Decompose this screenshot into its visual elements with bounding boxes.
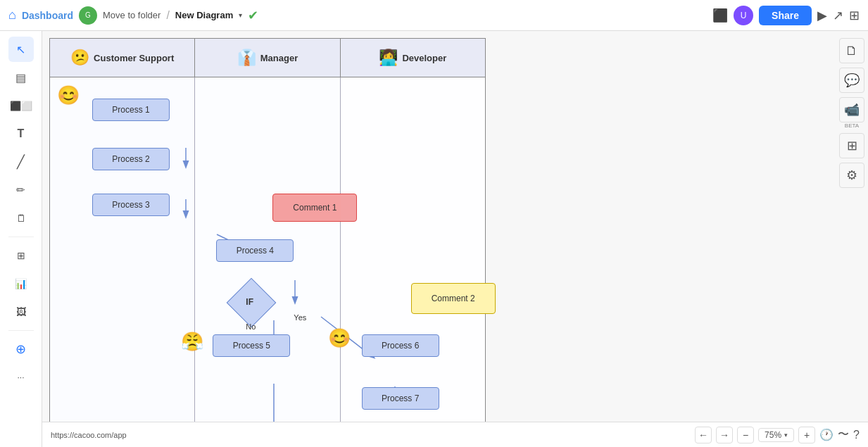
process-4-box[interactable]: Process 4 [216,239,294,262]
path-separator: / [166,9,169,22]
developer-label: Developer [402,53,446,63]
if-label: IF [246,297,253,307]
customer-support-lane: 😊 Process 1 Process 2 Process 3 Process … [50,77,195,447]
pencil-tool[interactable]: ✏ [8,177,34,203]
add-tool[interactable]: ⊕ [8,336,34,362]
process-1-box[interactable]: Process 1 [92,99,170,121]
comment-2-box[interactable]: Comment 2 [411,283,496,314]
pulse-icon[interactable]: 〜 [838,427,849,442]
happy-emoji: 😊 [328,327,351,349]
more-tool[interactable]: ··· [8,365,34,390]
developer-header: 👩‍💻 Developer [341,39,485,77]
developer-lane: 😊 Process 6 Process 7 Comment 2 [341,77,485,447]
image-tool[interactable]: 🖼 [8,299,34,325]
canvas-area[interactable]: 😕 Customer Support 👔 Manager 👩‍💻 Develop… [42,31,868,447]
user-avatar[interactable]: U [734,6,753,25]
save-check-icon: ✔ [248,8,258,23]
url-display: https://cacoo.com/app [51,431,127,439]
zoom-controls: ← → − 75% ▾ + 🕐 〜 ? [695,427,860,443]
customer-emoji: 😊 [57,84,80,106]
dropdown-arrow-icon[interactable]: ▾ [239,11,242,19]
customer-support-label: Customer Support [94,53,174,63]
process-5-box[interactable]: Process 5 [213,334,290,357]
top-bar: ⌂ Dashboard G Move to folder / New Diagr… [0,0,868,31]
dashboard-link[interactable]: Dashboard [22,10,73,21]
manager-header: 👔 Manager [195,39,340,77]
layout-icon[interactable]: ⊞ [839,133,864,158]
select-tool[interactable]: ↖ [8,37,34,62]
beta-label: BETA [845,122,859,129]
process-3-box[interactable]: Process 3 [92,194,170,216]
play-button[interactable]: ▶ [817,8,827,23]
table-tool[interactable]: ⊞ [8,243,34,268]
yes-label: Yes [294,313,306,322]
grid-button[interactable]: ⊞ [849,8,860,23]
angry-emoji: 😤 [181,331,203,353]
diagram[interactable]: 😕 Customer Support 👔 Manager 👩‍💻 Develop… [49,38,486,447]
manager-avatar: 👔 [237,49,256,67]
zoom-display[interactable]: 75% ▾ [758,428,794,442]
undo-button[interactable]: ← [695,427,712,443]
swim-lanes-body: 😊 Process 1 Process 2 Process 3 Process … [50,77,485,447]
text-block-tool[interactable]: ▤ [8,65,34,90]
home-icon: ⌂ [8,8,16,23]
process-7-box[interactable]: Process 7 [362,387,439,410]
customer-support-avatar: 😕 [70,49,89,67]
zoom-in-button[interactable]: + [798,427,815,443]
process-6-box[interactable]: Process 6 [362,334,439,357]
move-to-folder[interactable]: Move to folder [103,10,161,20]
video-icon[interactable]: 📹 [839,97,864,122]
export-button[interactable]: ↗ [833,8,843,23]
sticky-note-tool[interactable]: 🗒 [8,206,34,231]
share-button[interactable]: Share [759,6,812,25]
manager-label: Manager [260,53,298,63]
video-icon-container: 📹 BETA [839,97,864,129]
settings-icon[interactable]: ⚙ [839,163,864,188]
developer-avatar: 👩‍💻 [379,49,398,67]
diagram-name[interactable]: New Diagram [175,10,233,20]
canvas-right-panel: 🗋 💬 📹 BETA ⊞ ⚙ [839,38,864,188]
manager-lane: Process 4 IF No Process 5 😤 Comment 1 Ye… [195,77,340,447]
bottom-bar: https://cacoo.com/app ← → − 75% ▾ + 🕐 〜 … [42,422,868,447]
main-layout: ↖ ▤ ⬛⬜ T ╱ ✏ 🗒 ⊞ 📊 🖼 ⊕ ··· [0,31,868,447]
swim-headers: 😕 Customer Support 👔 Manager 👩‍💻 Develop… [50,39,485,77]
zoom-out-button[interactable]: − [737,427,754,443]
process-2-box[interactable]: Process 2 [92,148,170,170]
redo-button[interactable]: → [716,427,733,443]
zoom-dropdown-arrow[interactable]: ▾ [784,432,788,439]
no-label: No [246,322,256,331]
page-icon[interactable]: 🗋 [839,38,864,63]
cursor-icon: ⬛ [712,8,728,23]
zoom-level: 75% [765,430,781,440]
text-tool[interactable]: T [8,121,34,146]
line-tool[interactable]: ╱ [8,149,34,175]
chart-tool[interactable]: 📊 [8,271,34,296]
customer-support-header: 😕 Customer Support [50,39,195,77]
help-icon[interactable]: ? [853,429,860,441]
left-sidebar: ↖ ▤ ⬛⬜ T ╱ ✏ 🗒 ⊞ 📊 🖼 ⊕ ··· [0,31,42,447]
shapes-tool[interactable]: ⬛⬜ [8,93,34,118]
comment-icon[interactable]: 💬 [839,68,864,93]
history-icon[interactable]: 🕐 [819,428,834,441]
avatar-green: G [79,6,97,25]
